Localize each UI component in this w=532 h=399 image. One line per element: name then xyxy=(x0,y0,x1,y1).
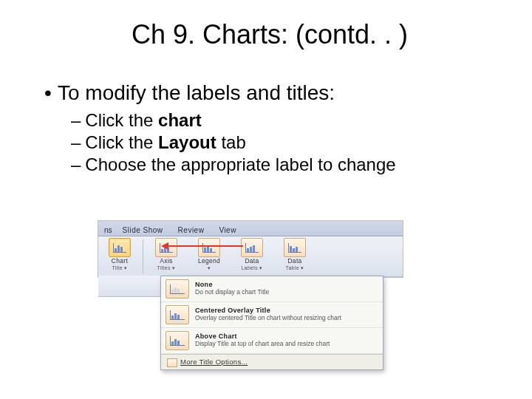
chart-icon xyxy=(109,238,131,257)
ribbon-stub xyxy=(98,276,161,297)
slide: Ch 9. Charts: (contd. . ) • To modify th… xyxy=(0,0,532,399)
menu-item-above-chart[interactable]: Above ChartDisplay Title at top of chart… xyxy=(161,328,383,354)
menu-more-title-options[interactable]: More Title Options... xyxy=(161,354,383,369)
bullet-dot: • xyxy=(44,81,52,105)
data-table-button[interactable]: DataTable ▾ xyxy=(273,236,316,276)
separator xyxy=(143,239,143,273)
sub-bullet: – Click the chart xyxy=(71,109,488,132)
ribbon-row: ChartTitle ▾ AxisTitles ▾ Legend▾ DataLa… xyxy=(98,236,403,277)
sub-text: Choose the appropriate label to change xyxy=(85,154,395,176)
dash-icon: – xyxy=(71,154,81,176)
chart-title-menu: NoneDo not display a chart Title Centere… xyxy=(160,276,383,370)
thumb-icon xyxy=(166,305,189,324)
sub-bullet: – Click the Layout tab xyxy=(71,132,488,154)
slide-body: • To modify the labels and titles: – Cli… xyxy=(44,81,488,176)
ribbon-tabs: ns Slide Show Review View xyxy=(98,221,403,236)
menu-item-none[interactable]: NoneDo not display a chart Title xyxy=(161,276,383,302)
dash-icon: – xyxy=(71,132,81,154)
thumb-icon xyxy=(166,331,189,350)
data-labels-button[interactable]: DataLabels ▾ xyxy=(231,236,273,276)
tab-slide-show[interactable]: Slide Show xyxy=(115,225,171,236)
chart-icon xyxy=(198,238,220,257)
sub-text: Click the chart xyxy=(85,109,201,132)
tab-review[interactable]: Review xyxy=(171,225,212,236)
ribbon-screenshot: ns Slide Show Review View ChartTitle ▾ A… xyxy=(98,220,403,278)
tab-view[interactable]: View xyxy=(211,225,244,236)
chart-icon xyxy=(284,238,306,257)
sub-bullet: – Choose the appropriate label to change xyxy=(71,154,488,176)
sub-text: Click the Layout tab xyxy=(85,132,245,154)
sub-bullets: – Click the chart – Click the Layout tab… xyxy=(71,109,488,176)
chart-icon xyxy=(241,238,263,257)
tab-fragment: ns xyxy=(101,225,115,236)
chart-title-button[interactable]: ChartTitle ▾ xyxy=(98,236,141,276)
menu-item-centered-overlay[interactable]: Centered Overlay TitleOverlay centered T… xyxy=(161,302,383,328)
slide-title: Ch 9. Charts: (contd. . ) xyxy=(52,19,488,50)
bullet-level1: • To modify the labels and titles: xyxy=(44,81,488,105)
bullet-text: To modify the labels and titles: xyxy=(58,81,335,105)
legend-button[interactable]: Legend▾ xyxy=(188,236,231,276)
thumb-icon xyxy=(166,279,189,299)
red-arrow-annotation xyxy=(163,245,243,247)
dash-icon: – xyxy=(71,109,81,132)
